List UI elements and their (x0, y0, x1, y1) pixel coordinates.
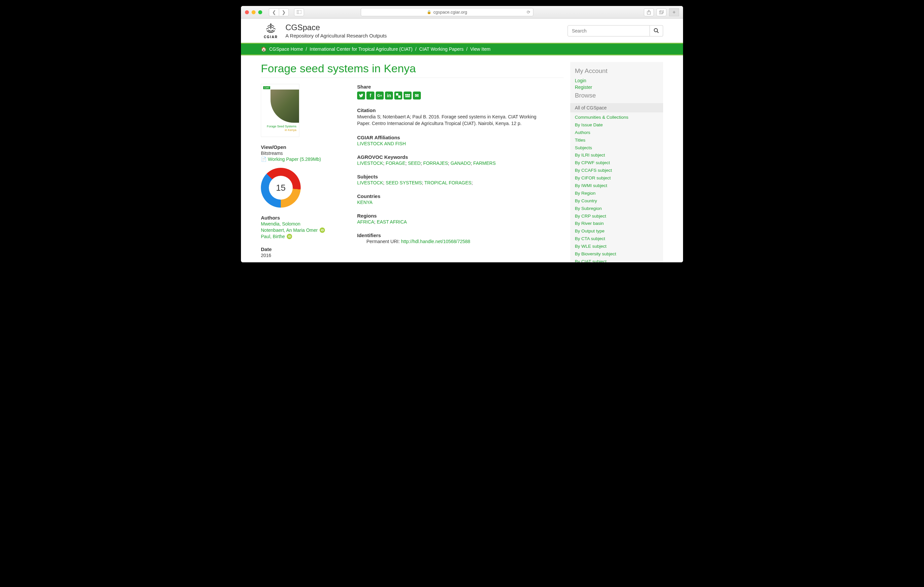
cgiar-logo[interactable]: CGIAR (261, 23, 281, 39)
svg-rect-8 (396, 93, 398, 95)
subjects-heading: Subjects (357, 174, 564, 179)
browse-link[interactable]: By Country (575, 197, 658, 205)
tabs-button[interactable] (657, 8, 667, 16)
subject-link[interactable]: LIVESTOCK (357, 180, 383, 186)
share-googleplus-icon[interactable]: G+ (376, 92, 384, 99)
svg-rect-13 (405, 96, 410, 97)
register-link[interactable]: Register (575, 84, 658, 90)
browser-window: ❮ ❯ 🔒 cgspace.cgiar.org ⟳ + (241, 6, 683, 262)
browse-link[interactable]: By CRP subject (575, 212, 658, 220)
browse-link[interactable]: By Subregion (575, 205, 658, 212)
permanent-uri-link[interactable]: http://hdl.handle.net/10568/72588 (401, 239, 470, 244)
region-link[interactable]: AFRICA (357, 219, 374, 225)
keyword-link[interactable]: FARMERS (473, 161, 496, 166)
keyword-link[interactable]: SEED (408, 161, 421, 166)
search-icon (654, 28, 659, 33)
browse-link[interactable]: By CPWF subject (575, 159, 658, 167)
browse-heading: Browse (570, 90, 663, 102)
right-sidebar: My Account Login Register Browse All of … (570, 62, 663, 262)
share-facebook-icon[interactable]: f (366, 92, 375, 99)
file-icon: 📄 (261, 156, 267, 162)
window-close-button[interactable] (245, 10, 249, 14)
browse-link[interactable]: By IWMI subject (575, 182, 658, 190)
subject-link[interactable]: TROPICAL FORAGES (424, 180, 472, 186)
svg-point-11 (407, 94, 409, 96)
browse-link[interactable]: Subjects (575, 144, 658, 152)
reload-icon[interactable]: ⟳ (527, 10, 530, 15)
url-text: cgspace.cgiar.org (434, 10, 467, 15)
search-input[interactable] (568, 25, 650, 36)
site-header: CGIAR CGSpace A Repository of Agricultur… (241, 18, 683, 43)
browse-link[interactable]: By Issue Date (575, 122, 658, 129)
keyword-link[interactable]: LIVESTOCK (357, 161, 383, 166)
share-delicious-icon[interactable] (394, 92, 402, 99)
keyword-link[interactable]: FORRAJES (423, 161, 448, 166)
download-link[interactable]: 📄 Working Paper (5.289Mb) (261, 156, 350, 162)
breadcrumb-current: View Item (470, 46, 490, 52)
share-email-icon[interactable]: ✉ (413, 92, 421, 99)
breadcrumb-working-papers[interactable]: CIAT Working Papers (419, 46, 464, 52)
svg-point-6 (654, 28, 657, 32)
breadcrumb-home[interactable]: CGSpace Home (269, 46, 303, 52)
new-tab-button[interactable]: + (669, 8, 679, 16)
breadcrumb-ciat[interactable]: International Center for Tropical Agricu… (310, 46, 412, 52)
author-link[interactable]: Notenbaert, An Maria Omer (261, 227, 318, 233)
share-twitter-icon[interactable] (357, 92, 365, 99)
browse-link[interactable]: By River basin (575, 220, 658, 227)
cgiar-logo-icon (264, 23, 278, 35)
orcid-icon[interactable]: iD (287, 234, 292, 239)
affiliation-link[interactable]: LIVESTOCK AND FISH (357, 141, 406, 146)
citation-text: Mwendia S; Notenbaert A; Paul B. 2016. F… (357, 114, 540, 127)
regions-heading: Regions (357, 213, 564, 219)
author-link[interactable]: Mwendia, Solomon (261, 221, 300, 227)
view-open-heading: View/Open (261, 144, 350, 150)
thumbnail-caption: Forage Seed Systems in Kenya (264, 125, 296, 132)
back-button[interactable]: ❮ (269, 8, 279, 16)
share-mendeley-icon[interactable] (404, 92, 412, 99)
browse-link[interactable]: By CIAT subject (575, 258, 658, 262)
home-icon: 🏠 (261, 46, 267, 52)
login-link[interactable]: Login (575, 77, 658, 84)
search-button[interactable] (650, 25, 663, 36)
altmetric-badge[interactable]: 15 (261, 168, 301, 207)
browse-link[interactable]: Communities & Collections (575, 114, 658, 122)
site-subtitle: A Repository of Agricultural Research Ou… (285, 33, 387, 38)
share-button[interactable] (644, 8, 654, 16)
browse-link[interactable]: By Bioversity subject (575, 250, 658, 258)
browser-titlebar: ❮ ❯ 🔒 cgspace.cgiar.org ⟳ + (241, 6, 683, 18)
region-link[interactable]: EAST AFRICA (377, 219, 407, 225)
agrovoc-heading: AGROVOC Keywords (357, 154, 564, 160)
thumbnail-image (271, 90, 299, 123)
country-link[interactable]: KENYA (357, 200, 372, 205)
browse-link[interactable]: By Region (575, 190, 658, 197)
browse-link[interactable]: By WLE subject (575, 243, 658, 250)
window-maximize-button[interactable] (258, 10, 262, 14)
sidebar-toggle-button[interactable] (294, 8, 304, 16)
breadcrumb: 🏠 CGSpace Home / International Center fo… (241, 43, 683, 55)
date-heading: Date (261, 247, 350, 252)
author-link[interactable]: Paul, Birthe (261, 234, 285, 239)
share-heading: Share (357, 84, 564, 90)
share-linkedin-icon[interactable]: in (385, 92, 393, 99)
browse-link[interactable]: By ILRI subject (575, 151, 658, 159)
altmetric-score: 15 (261, 168, 301, 207)
keyword-link[interactable]: FORAGE (386, 161, 405, 166)
svg-line-7 (657, 31, 658, 33)
item-thumbnail[interactable]: CIAT Forage Seed Systems in Kenya (261, 84, 299, 137)
browse-link[interactable]: By Output type (575, 227, 658, 235)
browse-link[interactable]: By CTA subject (575, 235, 658, 243)
orcid-icon[interactable]: iD (320, 227, 325, 233)
browse-link[interactable]: By CIFOR subject (575, 174, 658, 182)
browse-link[interactable]: Authors (575, 129, 658, 136)
subject-link[interactable]: SEED SYSTEMS (386, 180, 422, 186)
citation-heading: Citation (357, 107, 564, 113)
browse-link[interactable]: Titles (575, 136, 658, 144)
page-content: CGIAR CGSpace A Repository of Agricultur… (241, 18, 683, 262)
keyword-link[interactable]: GANADO (450, 161, 470, 166)
browse-link[interactable]: By CCAFS subject (575, 167, 658, 174)
bitstreams-label: Bitstreams (261, 151, 350, 156)
forward-button[interactable]: ❯ (279, 8, 289, 16)
window-minimize-button[interactable] (252, 10, 256, 14)
address-bar[interactable]: 🔒 cgspace.cgiar.org ⟳ (361, 8, 533, 16)
authors-heading: Authors (261, 215, 350, 220)
